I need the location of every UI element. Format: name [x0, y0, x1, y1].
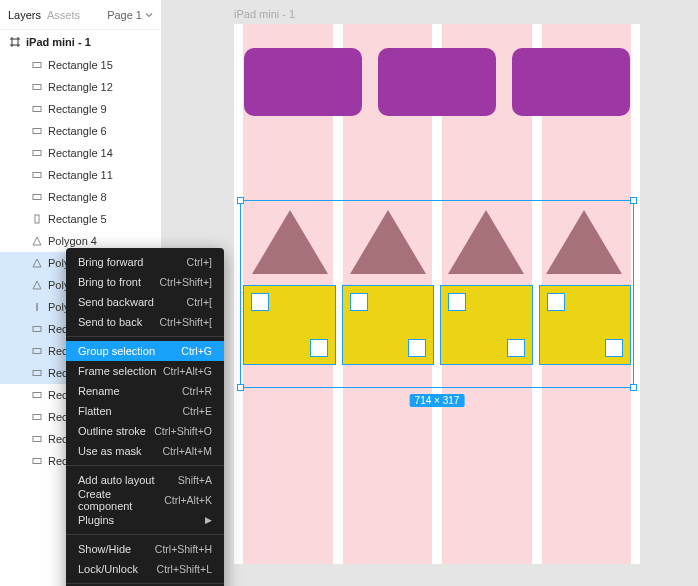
menu-item-label: Bring forward	[78, 256, 143, 268]
purple-rect[interactable]	[244, 48, 362, 116]
menu-item[interactable]: Use as maskCtrl+Alt+M	[66, 441, 224, 461]
svg-rect-10	[33, 349, 41, 354]
canvas-frame-label[interactable]: iPad mini - 1	[234, 8, 295, 20]
menu-item[interactable]: Outline strokeCtrl+Shift+O	[66, 421, 224, 441]
menu-shortcut: Ctrl+Shift+O	[154, 425, 212, 437]
menu-item[interactable]: RenameCtrl+R	[66, 381, 224, 401]
chevron-right-icon: ▶	[205, 515, 212, 525]
purple-rect[interactable]	[512, 48, 630, 116]
layer-row[interactable]: Rectangle 5	[0, 208, 161, 230]
rect-icon	[32, 434, 42, 444]
menu-item-label: Send to back	[78, 316, 142, 328]
menu-item[interactable]: FlattenCtrl+E	[66, 401, 224, 421]
line-icon	[32, 302, 42, 312]
rect-icon	[32, 412, 42, 422]
menu-shortcut: Ctrl+G	[181, 345, 212, 357]
layer-label: Polygon 4	[48, 235, 97, 247]
layer-label: Rectangle 11	[48, 169, 113, 181]
canvas-frame[interactable]: 714 × 317	[234, 24, 640, 564]
frame-layer[interactable]: iPad mini - 1	[0, 30, 161, 54]
layer-label: Rectangle 9	[48, 103, 107, 115]
svg-rect-2	[33, 107, 41, 112]
layer-label: Rectangle 12	[48, 81, 113, 93]
menu-separator	[66, 336, 224, 337]
app-root: Layers Assets Page 1 iPad mini - 1 Recta…	[0, 0, 698, 586]
menu-item[interactable]: Frame selectionCtrl+Alt+G	[66, 361, 224, 381]
svg-rect-14	[33, 437, 41, 442]
menu-item-label: Show/Hide	[78, 543, 131, 555]
menu-separator	[66, 465, 224, 466]
menu-separator	[66, 583, 224, 584]
rect-icon	[32, 346, 42, 356]
menu-item-label: Outline stroke	[78, 425, 146, 437]
menu-shortcut: Ctrl+Shift+[	[159, 316, 212, 328]
frame-icon	[10, 37, 20, 47]
layer-row[interactable]: Rectangle 6	[0, 120, 161, 142]
resize-handle-br[interactable]	[630, 384, 637, 391]
resize-handle-tl[interactable]	[237, 197, 244, 204]
rect-icon	[32, 456, 42, 466]
rect-icon	[32, 104, 42, 114]
rect-icon	[32, 192, 42, 202]
menu-item[interactable]: Send backwardCtrl+[	[66, 292, 224, 312]
svg-rect-15	[33, 459, 41, 464]
svg-rect-5	[33, 173, 41, 178]
menu-separator	[66, 534, 224, 535]
menu-item[interactable]: Group selectionCtrl+G	[66, 341, 224, 361]
layer-row[interactable]: Rectangle 14	[0, 142, 161, 164]
menu-item[interactable]: Lock/UnlockCtrl+Shift+L	[66, 559, 224, 579]
layer-label: Rectangle 15	[48, 59, 113, 71]
layer-label: Rectangle 8	[48, 191, 107, 203]
menu-item-label: Frame selection	[78, 365, 156, 377]
svg-rect-11	[33, 371, 41, 376]
menu-item[interactable]: Show/HideCtrl+Shift+H	[66, 539, 224, 559]
rect-icon	[32, 60, 42, 70]
svg-rect-0	[33, 63, 41, 68]
menu-item-label: Flatten	[78, 405, 112, 417]
rect-icon	[32, 390, 42, 400]
menu-item[interactable]: Bring to frontCtrl+Shift+]	[66, 272, 224, 292]
menu-shortcut: Ctrl+Shift+L	[157, 563, 212, 575]
menu-shortcut: Ctrl+[	[187, 296, 212, 308]
menu-item[interactable]: Send to backCtrl+Shift+[	[66, 312, 224, 332]
rect-v-icon	[32, 214, 42, 224]
rect-icon	[32, 368, 42, 378]
layer-row[interactable]: Rectangle 12	[0, 76, 161, 98]
menu-item-label: Group selection	[78, 345, 155, 357]
layer-row[interactable]: Rectangle 8	[0, 186, 161, 208]
tab-layers[interactable]: Layers	[8, 0, 47, 30]
svg-rect-9	[33, 327, 41, 332]
menu-item[interactable]: Create componentCtrl+Alt+K	[66, 490, 224, 510]
layer-row[interactable]: Rectangle 11	[0, 164, 161, 186]
tri-icon	[32, 280, 42, 290]
rect-icon	[32, 148, 42, 158]
menu-item[interactable]: Bring forwardCtrl+]	[66, 252, 224, 272]
resize-handle-bl[interactable]	[237, 384, 244, 391]
layer-row[interactable]: Rectangle 15	[0, 54, 161, 76]
svg-rect-4	[33, 151, 41, 156]
context-menu: Bring forwardCtrl+]Bring to frontCtrl+Sh…	[66, 248, 224, 586]
menu-item[interactable]: Add auto layoutShift+A	[66, 470, 224, 490]
menu-item-label: Bring to front	[78, 276, 141, 288]
rect-icon	[32, 126, 42, 136]
resize-handle-tr[interactable]	[630, 197, 637, 204]
layer-row[interactable]: Rectangle 9	[0, 98, 161, 120]
svg-rect-3	[33, 129, 41, 134]
tri-icon	[32, 236, 42, 246]
menu-shortcut: Ctrl+Shift+H	[155, 543, 212, 555]
purple-rect[interactable]	[378, 48, 496, 116]
svg-rect-13	[33, 415, 41, 420]
svg-rect-6	[33, 195, 41, 200]
menu-shortcut: Ctrl+Shift+]	[159, 276, 212, 288]
purple-row	[244, 48, 630, 116]
layer-label: Rectangle 6	[48, 125, 107, 137]
tab-assets[interactable]: Assets	[47, 0, 86, 30]
page-selector[interactable]: Page 1	[107, 9, 153, 21]
menu-item[interactable]: Plugins▶	[66, 510, 224, 530]
canvas[interactable]: iPad mini - 1	[162, 0, 698, 586]
menu-shortcut: Shift+A	[178, 474, 212, 486]
selection-bounds[interactable]: 714 × 317	[240, 200, 634, 388]
layer-label: Rectangle 14	[48, 147, 113, 159]
menu-shortcut: Ctrl+E	[183, 405, 212, 417]
svg-rect-1	[33, 85, 41, 90]
